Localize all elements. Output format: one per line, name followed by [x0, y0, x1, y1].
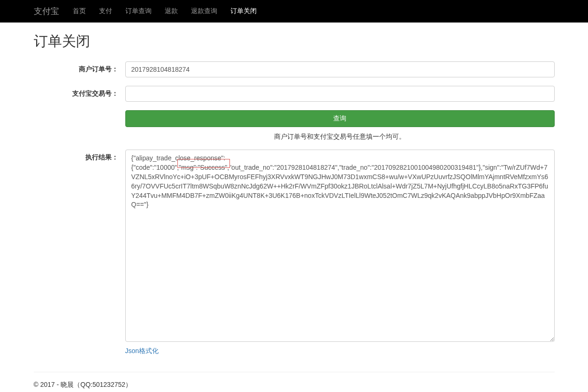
footer-divider — [34, 372, 555, 372]
nav-item-pay[interactable]: 支付 — [92, 0, 119, 22]
nav-item-order-query[interactable]: 订单查询 — [119, 0, 158, 22]
result-textarea[interactable] — [125, 150, 555, 342]
navbar-brand[interactable]: 支付宝 — [34, 0, 66, 23]
nav-item-home[interactable]: 首页 — [66, 0, 92, 22]
footer-text: © 2017 - 晓晨（QQ:501232752） — [34, 381, 555, 392]
nav-item-order-close[interactable]: 订单关闭 — [224, 0, 263, 22]
submit-button[interactable]: 查询 — [125, 110, 555, 127]
nav-item-refund[interactable]: 退款 — [158, 0, 184, 22]
alipay-trade-input[interactable] — [125, 86, 555, 102]
help-text: 商户订单号和支付宝交易号任意填一个均可。 — [125, 133, 555, 141]
page-title: 订单关闭 — [34, 32, 555, 51]
alipay-trade-label: 支付宝交易号： — [34, 86, 125, 102]
result-label: 执行结果： — [34, 150, 125, 355]
merchant-order-label: 商户订单号： — [34, 61, 125, 77]
merchant-order-input[interactable] — [125, 61, 555, 77]
navbar: 支付宝 首页 支付 订单查询 退款 退款查询 订单关闭 — [0, 0, 588, 23]
nav-item-refund-query[interactable]: 退款查询 — [184, 0, 224, 22]
json-format-link[interactable]: Json格式化 — [125, 347, 159, 355]
